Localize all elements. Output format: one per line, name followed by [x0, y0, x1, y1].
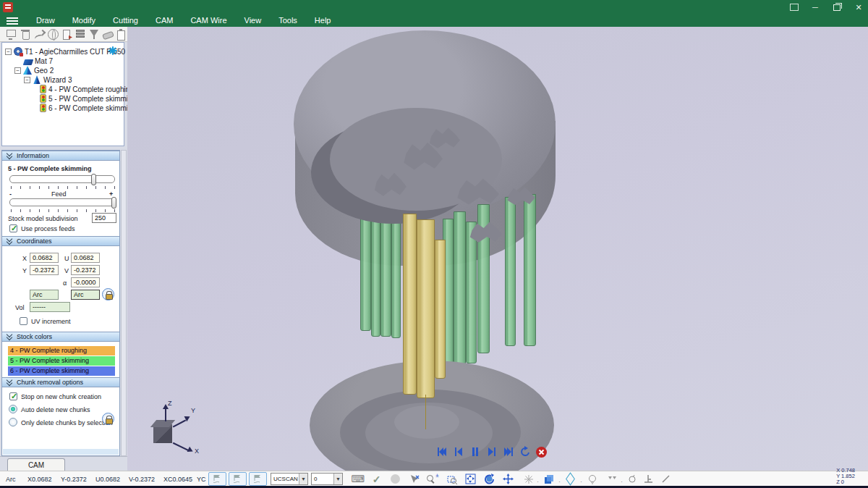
light-icon[interactable]	[586, 473, 598, 485]
stop-on-chunk-checkbox[interactable]	[9, 392, 17, 400]
fit-view-icon[interactable]	[464, 473, 477, 485]
stock-color-row-skim2[interactable]: 6 - PW Complete skimming	[8, 366, 115, 376]
auto-delete-radio[interactable]	[9, 405, 17, 413]
skip-start-icon[interactable]	[435, 445, 448, 458]
v-label: V	[64, 267, 69, 274]
collapse-icon[interactable]: −	[24, 77, 30, 83]
flag-toggle-1[interactable]	[208, 472, 226, 486]
layers-icon[interactable]	[75, 29, 86, 40]
monitor-icon[interactable]	[6, 29, 17, 40]
arc-mode-right[interactable]: Arc	[71, 290, 100, 300]
export-icon[interactable]	[61, 29, 72, 40]
ucs-select[interactable]: UCSCAN▼	[271, 473, 308, 485]
v-field[interactable]: -0.2372	[71, 265, 100, 275]
coordinates-panel-header[interactable]: Coordinates	[2, 236, 119, 246]
hamburger-menu-icon[interactable]	[0, 14, 27, 27]
clipboard-icon[interactable]	[116, 29, 127, 40]
flag-toggle-3[interactable]	[249, 472, 267, 486]
flag-toggle-2[interactable]	[229, 472, 247, 486]
material-icon	[23, 59, 34, 65]
solid-cube-icon[interactable]	[542, 473, 555, 485]
chunk-removal-panel-header[interactable]: Chunk removal options	[2, 377, 119, 387]
collapse-icon[interactable]: −	[5, 49, 12, 55]
uv-increment-checkbox[interactable]	[20, 317, 27, 325]
sketch-line-icon[interactable]	[660, 473, 672, 485]
confirm-icon[interactable]: ✓	[370, 473, 383, 485]
menu-tools[interactable]: Tools	[270, 14, 306, 27]
stock-color-row-skim1[interactable]: 5 - PW Complete skimming	[8, 356, 115, 366]
tree-item-process-6[interactable]: 6 - PW Complete skimming	[40, 104, 136, 112]
status-u: U0.0682	[95, 476, 120, 483]
tree-item-process-5[interactable]: 5 - PW Complete skimming	[40, 94, 136, 103]
status-x: X0.0682	[27, 476, 52, 483]
u-field[interactable]: 0.0682	[71, 253, 100, 263]
perpendicular-icon[interactable]	[642, 473, 655, 485]
stock-color-row-roughing[interactable]: 4 - PW Complete roughing	[8, 346, 115, 356]
stock-colors-panel-header[interactable]: Stock colors	[2, 332, 119, 342]
filter-icon[interactable]	[89, 29, 100, 40]
subdivision-input[interactable]	[92, 213, 116, 223]
measure-icon[interactable]	[34, 29, 45, 40]
tab-cam[interactable]: CAM	[7, 458, 65, 471]
wire-cube-icon[interactable]	[564, 473, 576, 485]
geometry-icon	[23, 66, 32, 75]
menu-cam-wire[interactable]: CAM Wire	[182, 14, 235, 27]
slider-handle[interactable]	[111, 197, 116, 209]
tree-item-process-4[interactable]: 4 - PW Complete roughing	[40, 85, 134, 93]
vol-field[interactable]: ------	[30, 302, 70, 312]
feed-slider[interactable]	[9, 198, 115, 206]
menu-draw[interactable]: Draw	[27, 14, 64, 27]
alpha-field[interactable]: -0.0000	[71, 277, 100, 287]
option-panels: Information 5 - PW Complete skimming - F…	[1, 150, 120, 456]
menu-help[interactable]: Help	[306, 14, 340, 27]
circle-icon[interactable]	[626, 473, 639, 485]
chevron-down-icon[interactable]	[606, 473, 618, 485]
orbit-icon[interactable]	[483, 473, 495, 485]
lock-icon[interactable]	[102, 288, 114, 300]
step-forward-icon[interactable]	[485, 445, 498, 458]
step-back-icon[interactable]	[452, 445, 464, 458]
delete-icon[interactable]	[20, 29, 31, 40]
cancel-icon[interactable]	[535, 445, 548, 458]
menu-cam[interactable]: CAM	[147, 14, 182, 27]
y-field[interactable]: -0.2372	[30, 265, 59, 275]
panel-scrollbar[interactable]	[121, 150, 127, 456]
zoom-window-icon[interactable]	[446, 473, 458, 485]
application-window: ─ ✕ Draw Modify Cutting CAM CAM Wire Vie…	[0, 0, 868, 488]
menu-view[interactable]: View	[236, 14, 271, 27]
only-delete-radio[interactable]	[9, 418, 17, 426]
eraser-icon[interactable]	[103, 29, 114, 40]
restore-button[interactable]	[832, 2, 842, 12]
pan-icon[interactable]	[502, 473, 514, 485]
machine-icon	[14, 47, 22, 56]
layer-select[interactable]: 0▼	[311, 473, 343, 485]
sphere-icon[interactable]	[48, 29, 59, 40]
close-button[interactable]: ✕	[854, 2, 864, 12]
tree-item-material[interactable]: Mat 7	[24, 56, 53, 65]
collapse-icon[interactable]: −	[14, 67, 21, 74]
arc-mode-left[interactable]: Arc	[30, 290, 59, 300]
3d-viewport[interactable]: Z Y X	[127, 27, 868, 471]
skip-end-icon[interactable]	[502, 445, 514, 458]
stop-on-chunk-label: Stop on new chunk creation	[21, 393, 101, 400]
use-process-feeds-checkbox[interactable]	[9, 224, 17, 232]
replay-icon[interactable]	[519, 445, 531, 458]
menu-cutting[interactable]: Cutting	[104, 14, 147, 27]
speed-slider[interactable]	[9, 175, 115, 183]
minimize-button[interactable]: ─	[810, 2, 820, 12]
zoom-in-out-icon[interactable]: ±	[427, 473, 439, 485]
slider-handle[interactable]	[91, 174, 96, 185]
lock-icon[interactable]	[102, 413, 114, 425]
deselect-cursor-icon[interactable]	[408, 473, 420, 485]
menu-modify[interactable]: Modify	[64, 14, 104, 27]
collapse-chevron-icon	[7, 153, 12, 159]
tree-item-geometry[interactable]: − Geo 2	[14, 66, 54, 75]
information-panel-header[interactable]: Information	[2, 151, 119, 161]
keyboard-icon[interactable]: ⌨	[352, 473, 364, 485]
pause-icon[interactable]	[469, 445, 481, 458]
alpha-label: α	[63, 279, 67, 287]
ribbon-toggle-icon[interactable]	[790, 4, 799, 11]
tree-item-wizard[interactable]: − Wizard 3	[24, 75, 72, 84]
feed-minus-label[interactable]: -	[9, 190, 12, 198]
x-field[interactable]: 0.0682	[30, 253, 59, 263]
